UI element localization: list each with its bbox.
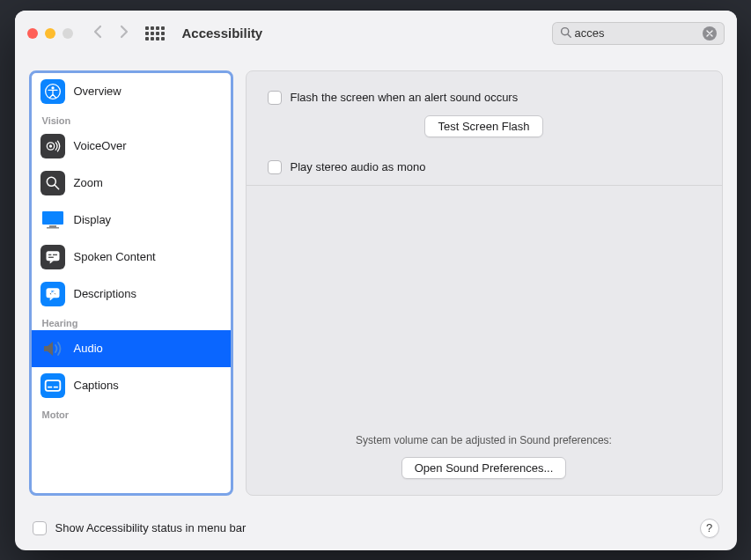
speech-bubble-icon: [40, 245, 65, 269]
show-status-checkbox[interactable]: [33, 521, 47, 535]
sidebar-item-descriptions[interactable]: ”Descriptions: [32, 276, 231, 313]
mono-audio-row: Play stereo audio as mono: [247, 150, 722, 186]
svg-rect-18: [48, 386, 52, 387]
svg-rect-17: [45, 380, 60, 391]
sidebar-item-label: Overview: [74, 85, 121, 98]
section-header-vision: Vision: [32, 110, 231, 128]
sidebar-item-label: Spoken Content: [74, 250, 156, 263]
svg-rect-19: [53, 386, 57, 387]
svg-rect-13: [53, 254, 57, 254]
search-field-wrap[interactable]: [552, 22, 725, 45]
sidebar-item-audio[interactable]: Audio: [32, 330, 231, 367]
volume-info-label: System volume can be adjusted in Sound p…: [247, 427, 722, 457]
close-window[interactable]: [27, 28, 38, 39]
svg-point-3: [51, 86, 54, 89]
clear-search-icon[interactable]: [703, 26, 717, 41]
zoom-window: [63, 28, 73, 39]
sidebar-item-zoom[interactable]: Zoom: [32, 165, 231, 202]
svg-rect-9: [49, 225, 56, 227]
minimize-window[interactable]: [45, 28, 55, 39]
section-header-hearing: Hearing: [32, 313, 231, 330]
nav-arrows: [92, 25, 129, 42]
captions-icon: [40, 373, 65, 398]
test-flash-row: Test Screen Flash: [247, 115, 722, 150]
open-sound-row: Open Sound Preferences...: [247, 457, 722, 495]
svg-rect-10: [47, 227, 59, 229]
back-button[interactable]: [92, 25, 103, 42]
accessibility-icon: [40, 79, 65, 104]
sidebar-item-label: Descriptions: [74, 287, 137, 300]
flash-screen-row: Flash the screen when an alert sound occ…: [247, 71, 722, 115]
svg-rect-8: [42, 211, 63, 225]
preferences-window: Accessibility OverviewVisionVoiceOverZoo…: [15, 11, 737, 550]
show-status-label: Show Accessibility status in menu bar: [55, 521, 247, 534]
body-area: OverviewVisionVoiceOverZoomDisplaySpoken…: [15, 56, 737, 510]
mono-audio-label: Play stereo audio as mono: [291, 160, 426, 173]
sidebar-item-captions[interactable]: Captions: [32, 367, 231, 404]
toolbar: Accessibility: [15, 11, 737, 56]
main-panel: Flash the screen when an alert sound occ…: [246, 70, 723, 496]
show-all-icon[interactable]: [145, 26, 165, 41]
sidebar-item-label: Display: [74, 213, 112, 226]
sidebar[interactable]: OverviewVisionVoiceOverZoomDisplaySpoken…: [29, 70, 233, 496]
svg-point-5: [48, 144, 51, 147]
search-input[interactable]: [575, 26, 703, 40]
sidebar-item-spoken-content[interactable]: Spoken Content: [32, 239, 231, 276]
sidebar-item-overview[interactable]: Overview: [32, 73, 231, 110]
test-screen-flash-button[interactable]: Test Screen Flash: [424, 115, 542, 137]
help-button[interactable]: ?: [700, 519, 719, 538]
sidebar-item-label: VoiceOver: [74, 139, 127, 152]
sidebar-item-label: Zoom: [74, 176, 103, 189]
open-sound-preferences-button[interactable]: Open Sound Preferences...: [401, 457, 567, 479]
window-title: Accessibility: [182, 26, 263, 41]
traffic-lights: [27, 28, 73, 39]
sidebar-item-voiceover[interactable]: VoiceOver: [32, 128, 231, 165]
mono-audio-checkbox[interactable]: [268, 160, 282, 174]
sidebar-item-display[interactable]: Display: [32, 202, 231, 239]
display-icon: [40, 208, 65, 232]
search-icon: [560, 26, 571, 41]
footer: Show Accessibility status in menu bar ?: [15, 510, 737, 550]
svg-point-6: [47, 177, 55, 186]
speaker-icon: [40, 336, 65, 361]
svg-line-1: [567, 33, 570, 36]
zoom-icon: [40, 171, 65, 195]
flash-screen-checkbox[interactable]: [268, 91, 282, 105]
voiceover-icon: [40, 134, 65, 158]
svg-rect-14: [48, 256, 54, 257]
flash-screen-label: Flash the screen when an alert sound occ…: [291, 91, 519, 104]
forward-button[interactable]: [119, 25, 129, 42]
section-header-motor: Motor: [32, 404, 231, 422]
sidebar-item-label: Captions: [74, 379, 119, 392]
svg-rect-12: [48, 254, 51, 254]
svg-line-7: [55, 185, 58, 188]
svg-rect-11: [46, 251, 59, 261]
sidebar-item-label: Audio: [74, 342, 103, 355]
quote-bubble-icon: ”: [40, 282, 65, 306]
